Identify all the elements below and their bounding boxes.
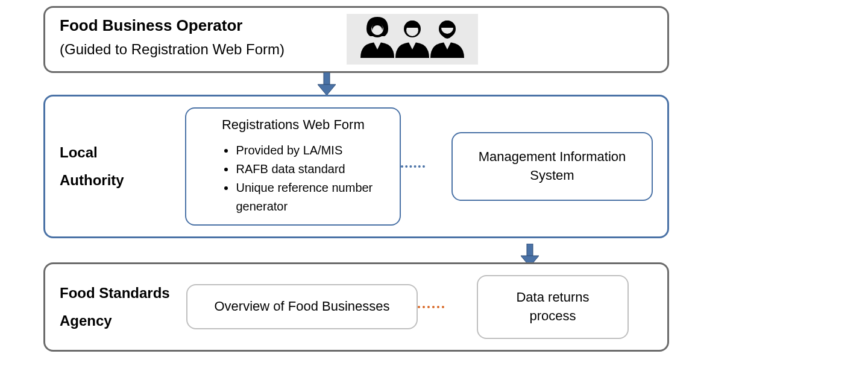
mis-line2: System	[472, 166, 632, 185]
registrations-web-form-box: Registrations Web Form Provided by LA/MI…	[185, 107, 401, 226]
la-label-line2: Authority	[60, 166, 185, 194]
data-returns-line1: Data returns	[491, 288, 614, 307]
reg-box-list: Provided by LA/MIS RAFB data standard Un…	[200, 141, 386, 216]
reg-item-3: Unique reference number generator	[236, 179, 386, 216]
svg-rect-13	[527, 244, 533, 257]
fsa-label-line2: Agency	[60, 307, 186, 335]
arrow-down-icon	[318, 72, 336, 95]
svg-marker-12	[318, 84, 336, 95]
fsa-section: Food Standards Agency Overview of Food B…	[43, 262, 669, 352]
mis-line1: Management Information	[472, 148, 632, 166]
reg-item-2: RAFB data standard	[236, 160, 386, 179]
fsa-label: Food Standards Agency	[60, 279, 186, 334]
fbo-section: Food Business Operator (Guided to Regist…	[43, 6, 669, 73]
mis-box: Management Information System	[451, 132, 653, 201]
dotted-connector-orange	[418, 306, 444, 308]
data-returns-box: Data returns process	[477, 275, 629, 339]
reg-box-title: Registrations Web Form	[200, 117, 386, 133]
overview-box: Overview of Food Businesses	[186, 284, 418, 329]
svg-rect-11	[324, 72, 330, 86]
la-label-line1: Local	[60, 139, 185, 166]
fsa-label-line1: Food Standards	[60, 279, 186, 307]
dotted-connector-blue	[401, 165, 425, 168]
reg-item-1: Provided by LA/MIS	[236, 141, 386, 160]
svg-point-3	[373, 25, 382, 35]
local-authority-section: Local Authority Registrations Web Form P…	[43, 95, 669, 238]
people-icon	[347, 14, 478, 65]
data-returns-line2: process	[491, 307, 614, 326]
la-label: Local Authority	[60, 139, 185, 194]
